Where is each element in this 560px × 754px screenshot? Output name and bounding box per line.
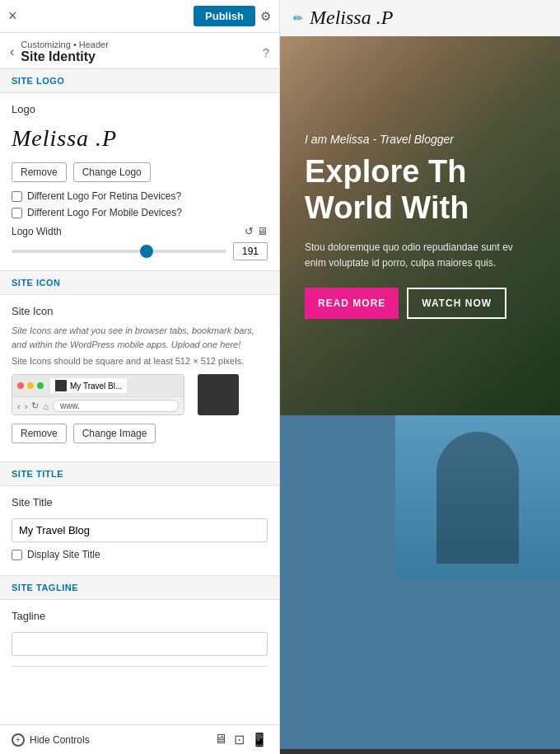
change-logo-button[interactable]: Change Logo <box>73 162 151 182</box>
top-bar: × Publish ⚙ <box>0 0 279 33</box>
nav-home[interactable]: ⌂ <box>43 401 49 411</box>
dot-yellow <box>27 382 34 389</box>
site-icon-label: Site Icon <box>12 305 268 317</box>
edit-pencil-icon: ✏ <box>293 12 303 25</box>
site-icon-large <box>198 374 239 415</box>
logo-buttons: Remove Change Logo <box>12 162 268 182</box>
left-panel: × Publish ⚙ ‹ Customizing • Header Site … <box>0 0 280 754</box>
preview-portrait <box>395 415 560 580</box>
hero-description: Stou doloremque quo odio repudiandae sun… <box>305 240 527 271</box>
icon-description-2: Site Icons should be square and at least… <box>12 356 268 366</box>
site-logo-header: SITE LOGO <box>0 68 279 93</box>
reset-width-icon[interactable]: ↺ <box>245 225 254 237</box>
view-icons: 🖥 ⊡ 📱 <box>214 732 268 747</box>
breadcrumb-path: Customizing • Header <box>21 40 109 49</box>
nav-back[interactable]: ‹ <box>17 401 21 411</box>
gear-button[interactable]: ⚙ <box>260 9 271 24</box>
site-title-label: Site Title <box>12 496 268 508</box>
hero-content: I am Melissa - Travel Blogger Explore Th… <box>305 133 535 319</box>
hide-controls-row: + Hide Controls <box>12 733 90 747</box>
hero-subtitle: I am Melissa - Travel Blogger <box>305 133 535 146</box>
close-button[interactable]: × <box>8 7 17 25</box>
mobile-view-icon[interactable]: 📱 <box>251 732 268 747</box>
icon-preview-row: My Travel Bl... ‹ › ↻ ⌂ www. <box>12 374 268 424</box>
logo-label: Logo <box>12 103 268 115</box>
hero-title: Explore Th World With <box>305 154 535 226</box>
desktop-width-icon[interactable]: 🖥 <box>257 225 268 237</box>
logo-image: Melissa .P <box>12 122 268 152</box>
site-tagline-header: SITE TAGLINE <box>0 575 279 600</box>
help-button[interactable]: ? <box>263 45 269 59</box>
site-logo-content: Logo Melissa .P Remove Change Logo Diffe… <box>0 93 279 270</box>
tagline-label: Tagline <box>12 610 268 622</box>
tablet-view-icon[interactable]: ⊡ <box>234 732 245 747</box>
remove-icon-button[interactable]: Remove <box>12 424 67 443</box>
back-button[interactable]: ‹ <box>10 44 14 59</box>
desktop-view-icon[interactable]: 🖥 <box>214 732 227 747</box>
browser-tab: My Travel Bl... <box>50 378 127 393</box>
site-icon-content: Site Icon Site Icons are what you see in… <box>0 295 279 461</box>
width-controls: ↺ 🖥 <box>245 225 268 237</box>
retina-checkbox-row[interactable]: Different Logo For Retina Devices? <box>12 190 268 202</box>
preview-logo-text: Melissa .P <box>310 7 393 29</box>
site-tagline-content: Tagline <box>0 600 279 678</box>
hide-controls-label[interactable]: Hide Controls <box>30 734 90 746</box>
nav-refresh[interactable]: ↻ <box>31 400 39 411</box>
dot-green <box>37 382 44 389</box>
preview-bottom <box>280 415 560 749</box>
preview-hero: I am Melissa - Travel Blogger Explore Th… <box>280 36 560 415</box>
nav-url: www. <box>53 400 179 412</box>
nav-forward[interactable]: › <box>25 401 28 411</box>
site-icon-thumb <box>55 380 67 391</box>
browser-nav: ‹ › ↻ ⌂ www. <box>12 396 184 414</box>
portrait-figure <box>436 432 519 564</box>
site-icon-header: SITE ICON <box>0 270 279 295</box>
icon-description-1: Site Icons are what you see in browser t… <box>12 324 268 351</box>
retina-label: Different Logo For Retina Devices? <box>27 190 181 202</box>
preview-area: ✏ Melissa .P I am Melissa - Travel Blogg… <box>280 0 560 754</box>
mobile-checkbox-row[interactable]: Different Logo For Mobile Devices? <box>12 207 268 218</box>
change-image-button[interactable]: Change Image <box>73 424 156 443</box>
icon-buttons: Remove Change Image <box>12 424 268 443</box>
publish-area: Publish ⚙ <box>194 6 271 26</box>
width-slider[interactable] <box>12 250 226 253</box>
hide-circle-icon: + <box>12 733 25 747</box>
dot-red <box>17 382 24 389</box>
browser-preview: My Travel Bl... ‹ › ↻ ⌂ www. <box>12 374 184 415</box>
remove-logo-button[interactable]: Remove <box>12 162 67 182</box>
mobile-checkbox[interactable] <box>12 208 22 218</box>
hero-buttons: READ MORE WATCH NOW <box>305 288 535 319</box>
breadcrumb-info: Customizing • Header Site Identity <box>21 40 109 64</box>
page-title: Site Identity <box>21 49 109 64</box>
preview-site-header: ✏ Melissa .P <box>280 0 560 36</box>
tagline-input[interactable] <box>12 632 268 656</box>
display-title-row[interactable]: Display Site Title <box>12 549 268 560</box>
browser-bar: My Travel Bl... <box>12 375 184 396</box>
read-more-button[interactable]: READ MORE <box>305 288 399 319</box>
display-title-label: Display Site Title <box>27 549 100 560</box>
site-title-content: Site Title Display Site Title <box>0 486 279 575</box>
publish-button[interactable]: Publish <box>194 6 255 26</box>
watch-now-button[interactable]: WATCH NOW <box>407 288 506 319</box>
logo-width-row: Logo Width ↺ 🖥 <box>12 225 268 237</box>
width-value-input[interactable] <box>233 242 268 260</box>
mobile-label: Different Logo For Mobile Devices? <box>27 207 182 218</box>
logo-width-label: Logo Width <box>12 226 62 237</box>
right-panel: ✏ Melissa .P I am Melissa - Travel Blogg… <box>280 0 560 754</box>
bottom-bar: + Hide Controls 🖥 ⊡ 📱 <box>0 724 279 754</box>
site-title-header: SITE TITLE <box>0 461 279 486</box>
breadcrumb-bar: ‹ Customizing • Header Site Identity ? <box>0 33 279 68</box>
slider-row <box>12 242 268 260</box>
logo-text: Melissa .P <box>12 125 117 151</box>
site-title-input[interactable] <box>12 518 268 542</box>
retina-checkbox[interactable] <box>12 191 22 202</box>
display-title-checkbox[interactable] <box>12 550 22 560</box>
tab-label: My Travel Bl... <box>70 382 122 391</box>
